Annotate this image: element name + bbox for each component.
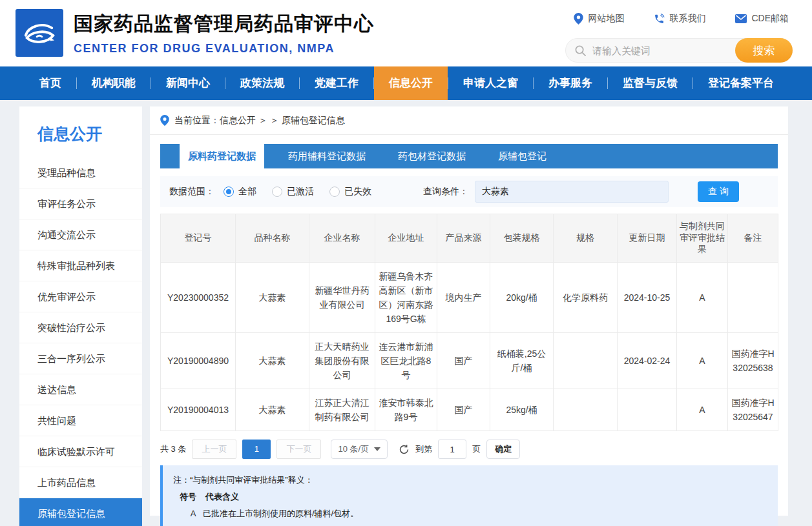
- search-input[interactable]: [586, 45, 735, 56]
- query-condition-label: 查询条件：: [423, 186, 468, 197]
- radio-activated-icon[interactable]: [272, 187, 282, 197]
- tab-excipient-registration-data[interactable]: 药用辅料登记数据: [280, 144, 374, 168]
- header-links: 网站地图 联系我们 CDE邮箱: [574, 13, 789, 25]
- goto-page-input[interactable]: [438, 440, 466, 459]
- site-search: 搜索: [565, 38, 793, 63]
- tab-api-registration-data[interactable]: 原料药登记数据: [180, 144, 264, 168]
- column-header: 品种名称: [236, 214, 309, 263]
- sidebar-item-raw-material-registration[interactable]: 原辅包登记信息: [19, 498, 142, 526]
- breadcrumb-pin-icon: [160, 115, 169, 126]
- radio-option-all[interactable]: 全部: [224, 186, 256, 197]
- sidebar-item-priority-review[interactable]: 优先审评公示: [19, 281, 142, 312]
- table-cell: Y20230000352: [161, 263, 236, 333]
- radio-expired-label: 已失效: [344, 186, 371, 197]
- tab-packaging-registration-data[interactable]: 药包材登记数据: [390, 144, 474, 168]
- column-header: 登记号: [161, 214, 236, 263]
- note-line-1: 注：“与制剂共同审评审批结果”释义：: [173, 472, 767, 489]
- registration-table: 登记号 品种名称 企业名称 企业地址 产品来源 包装规格 规格 更新日期 与制剂…: [160, 214, 778, 431]
- nav-item-home[interactable]: 首页: [25, 66, 76, 100]
- sidebar-item-three-in-one[interactable]: 三合一序列公示: [19, 343, 142, 374]
- table-row: Y20190004890 大蒜素 正大天晴药业集团股份有限公司 连云港市新浦区巨…: [161, 333, 778, 389]
- nav-item-news[interactable]: 新闻中心: [151, 66, 225, 100]
- tab-bar: 原料药登记数据 药用辅料登记数据 药包材登记数据 原辅包登记: [160, 144, 778, 168]
- table-cell: [554, 389, 618, 431]
- nav-item-supervision[interactable]: 监督与反馈: [608, 66, 692, 100]
- search-button[interactable]: 搜索: [735, 38, 793, 63]
- sidebar-item-delivery-info[interactable]: 送达信息: [19, 374, 142, 405]
- sidebar-item-breakthrough-therapy[interactable]: 突破性治疗公示: [19, 312, 142, 343]
- nav-item-functions[interactable]: 机构职能: [77, 66, 151, 100]
- breadcrumb: 当前位置：信息公开 ＞ ＞ 原辅包登记信息: [150, 106, 788, 135]
- table-cell: 新疆华世丹药业有限公司: [309, 263, 375, 333]
- goto-page-suffix: 页: [472, 443, 481, 455]
- note-row-i: I 尚未通过与制剂共同审评审批的原料/辅料/包材。: [173, 522, 767, 526]
- query-button[interactable]: 查 询: [698, 181, 739, 202]
- column-header: 产品来源: [437, 214, 490, 263]
- tab-raw-material-registration[interactable]: 原辅包登记: [490, 144, 555, 168]
- cde-logo: [16, 9, 63, 57]
- page-number-1[interactable]: 1: [242, 440, 271, 459]
- table-header-row: 登记号 品种名称 企业名称 企业地址 产品来源 包装规格 规格 更新日期 与制剂…: [161, 214, 778, 263]
- radio-all-label: 全部: [238, 186, 256, 197]
- table-cell: 20kg/桶: [490, 263, 554, 333]
- nav-item-services[interactable]: 办事服务: [534, 66, 607, 100]
- radio-option-expired[interactable]: 已失效: [329, 186, 371, 197]
- column-header: 备注: [728, 214, 778, 263]
- query-input[interactable]: [475, 181, 669, 203]
- table-cell: 化学原料药: [554, 263, 618, 333]
- total-count: 共 3 条: [160, 443, 186, 455]
- column-header: 企业地址: [375, 214, 437, 263]
- radio-activated-label: 已激活: [287, 186, 314, 197]
- content-panel: 当前位置：信息公开 ＞ ＞ 原辅包登记信息 原料药登记数据 药用辅料登记数据 药…: [150, 106, 788, 516]
- mail-icon: [735, 14, 747, 23]
- table-cell: 淮安市韩泰北路9号: [375, 389, 437, 431]
- table-cell: 大蒜素: [236, 263, 309, 333]
- sitemap-link[interactable]: 网站地图: [574, 13, 624, 25]
- note-symbol-a: A: [183, 505, 203, 522]
- nav-item-party[interactable]: 党建工作: [300, 66, 373, 100]
- table-cell: A: [677, 333, 728, 389]
- radio-all-icon[interactable]: [224, 187, 234, 197]
- table-cell: 国药准字H32025647: [728, 389, 778, 431]
- column-header: 企业名称: [309, 214, 375, 263]
- sidebar-item-review-tasks[interactable]: 审评任务公示: [19, 188, 142, 219]
- nav-item-info-disclosure[interactable]: 信息公开: [374, 66, 448, 100]
- sidebar-item-clinical-trial[interactable]: 临床试验默示许可: [19, 436, 142, 467]
- radio-expired-icon[interactable]: [329, 187, 340, 197]
- contact-label: 联系我们: [669, 13, 705, 25]
- nav-item-policy[interactable]: 政策法规: [225, 66, 299, 100]
- mailbox-label: CDE邮箱: [751, 13, 789, 25]
- sidebar-item-communication[interactable]: 沟通交流公示: [19, 219, 142, 250]
- site-title-block: 国家药品监督管理局药品审评中心 CENTER FOR DRUG EVALUATI…: [74, 11, 374, 56]
- contact-link[interactable]: 联系我们: [654, 13, 705, 25]
- table-cell: 江苏正大清江制药有限公司: [309, 389, 375, 431]
- table-cell: 境内生产: [437, 263, 490, 333]
- table-cell: 国产: [437, 333, 490, 389]
- page-size-select[interactable]: 10 条/页: [331, 440, 388, 459]
- note-meaning-a: 已批准在上市制剂使用的原料/辅料/包材。: [203, 505, 359, 522]
- goto-page-prefix: 到第: [415, 443, 432, 455]
- radio-option-activated[interactable]: 已激活: [272, 186, 314, 197]
- sidebar-item-special-approval[interactable]: 特殊审批品种列表: [19, 250, 142, 281]
- mailbox-link[interactable]: CDE邮箱: [735, 13, 789, 25]
- sidebar-item-marketed-drugs[interactable]: 上市药品信息: [19, 467, 142, 498]
- nav-item-registration-platform[interactable]: 登记备案平台: [693, 66, 789, 100]
- table-cell: 国产: [437, 389, 490, 431]
- note-symbol-i: I: [183, 522, 203, 526]
- site-subtitle: CENTER FOR DRUG EVALUATION, NMPA: [74, 42, 374, 56]
- column-header: 与制剂共同审评审批结果: [677, 214, 728, 263]
- table-cell: 国药准字H32025638: [728, 333, 778, 389]
- table-cell: 2024-10-25: [618, 263, 677, 333]
- phone-icon: [654, 14, 665, 25]
- confirm-button[interactable]: 确定: [486, 440, 520, 459]
- data-scope-radio-group: 全部 已激活 已失效: [224, 186, 371, 197]
- table-cell: 纸桶装,25公斤/桶: [490, 333, 554, 389]
- refresh-icon[interactable]: [399, 444, 410, 455]
- sidebar-item-common-issues[interactable]: 共性问题: [19, 405, 142, 436]
- sitemap-label: 网站地图: [588, 13, 624, 25]
- prev-page-button[interactable]: 上一页: [192, 440, 236, 459]
- sidebar-item-accepted-varieties[interactable]: 受理品种信息: [19, 157, 142, 188]
- table-cell: Y20190004890: [161, 333, 236, 389]
- next-page-button[interactable]: 下一页: [276, 440, 321, 459]
- nav-item-applicant[interactable]: 申请人之窗: [448, 66, 533, 100]
